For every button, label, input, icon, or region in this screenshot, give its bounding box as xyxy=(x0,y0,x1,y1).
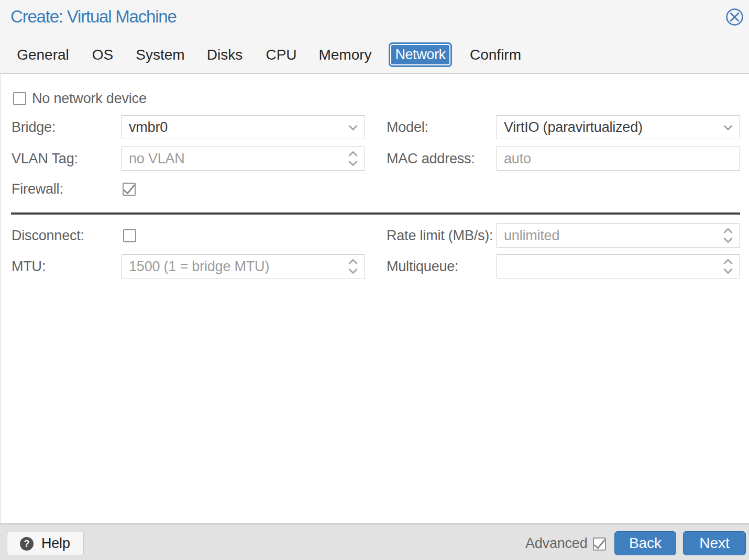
svg-text:?: ? xyxy=(24,539,30,549)
